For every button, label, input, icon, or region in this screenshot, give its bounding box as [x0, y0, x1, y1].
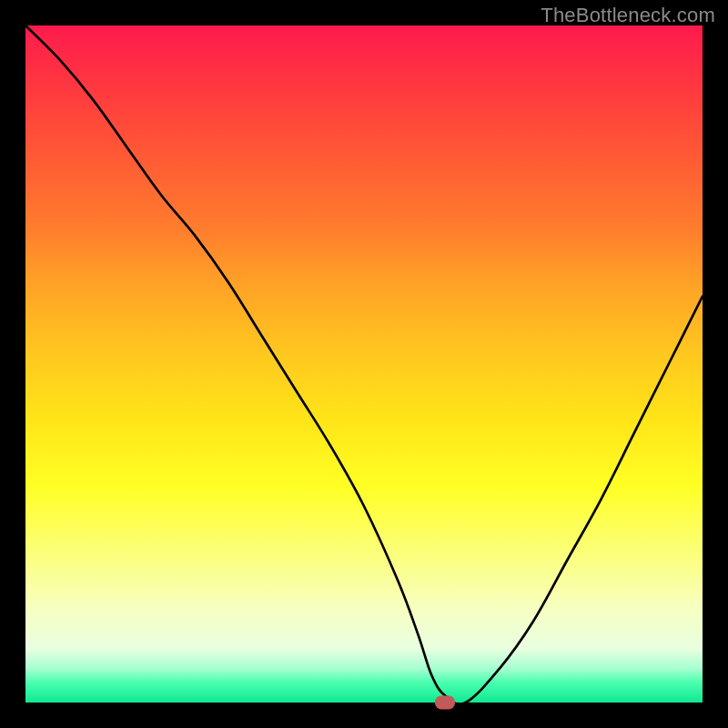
chart-frame: TheBottleneck.com	[0, 0, 728, 728]
optimal-point-marker	[435, 696, 455, 710]
plot-area	[25, 25, 703, 703]
attribution-text: TheBottleneck.com	[541, 4, 715, 27]
bottleneck-curve	[25, 25, 703, 703]
